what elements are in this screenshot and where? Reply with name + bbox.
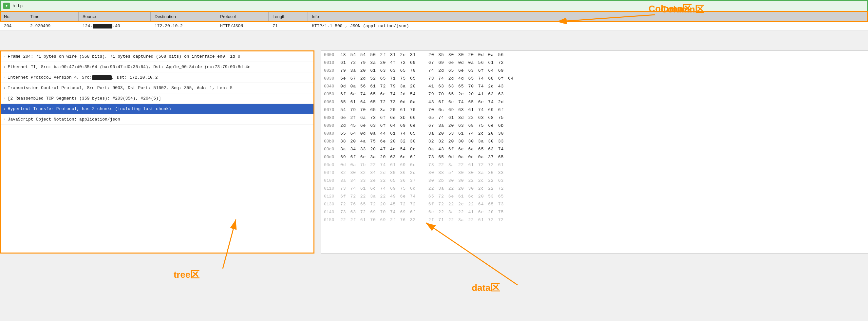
hex-offset-0000: 0000 — [324, 53, 340, 57]
hex-bytes-00e0: 0d 0a 7b 22 74 61 69 6c 73 22 3a 22 61 7… — [340, 162, 865, 167]
hex-offset-0040: 0040 — [324, 84, 340, 89]
tree-item-7[interactable]: › JavaScript Object Notation: applicatio… — [1, 114, 313, 125]
tree-item-3[interactable]: › Internet Protocol Version 4, Src: , Ds… — [1, 72, 313, 83]
tree-arrow-1: › — [4, 55, 6, 59]
hex-row-0000: 0000 48 54 54 50 2f 31 2e 31 20 35 30 30… — [321, 51, 868, 59]
hex-bytes-00b0: 38 20 4a 75 6e 20 32 30 32 32 20 30 30 3… — [340, 139, 865, 144]
hex-row-0130: 0130 72 76 65 72 20 45 72 72 6f 72 22 2c… — [321, 200, 868, 208]
hex-bytes-0120: 6f 72 22 3a 22 49 6e 74 65 72 6e 61 6c 2… — [340, 194, 865, 199]
hex-offset-0050: 0050 — [324, 92, 340, 97]
hex-row-0100: 0100 3a 34 33 2e 32 65 36 37 30 2b 30 30… — [321, 176, 868, 184]
hex-row-0110: 0110 73 74 61 6c 74 69 75 6d 22 3a 22 20… — [321, 184, 868, 192]
tree-arrow-5: › — [4, 97, 6, 101]
hex-offset-00e0: 00e0 — [324, 162, 340, 167]
hex-offset-00a0: 00a0 — [324, 131, 340, 136]
hex-bytes-0030: 6e 67 2d 52 65 71 75 65 73 74 2d 4d 65 7… — [340, 76, 865, 81]
filter-bar: ▼ — [0, 0, 868, 12]
hex-row-0020: 0020 79 3a 20 61 63 63 65 70 74 2d 65 6e… — [321, 66, 868, 74]
hex-bytes-0130: 72 76 65 72 20 45 72 72 6f 72 22 2c 22 6… — [340, 202, 865, 207]
hex-bytes-00f0: 32 30 32 34 2d 30 36 2d 30 38 54 30 30 3… — [340, 170, 865, 175]
tree-arrow-6: › — [4, 107, 6, 111]
hex-offset-0030: 0030 — [324, 76, 340, 81]
hex-bytes-0060: 65 61 64 65 72 73 0d 0a 43 6f 6e 74 65 6… — [340, 100, 865, 104]
packet-cell-time: 2.920499 — [26, 22, 79, 30]
hex-offset-0070: 0070 — [324, 107, 340, 113]
tree-item-5[interactable]: › [2 Reassembled TCP Segments (359 bytes… — [1, 93, 313, 104]
col-header-destination: Destination — [151, 12, 216, 21]
hex-row-00c0: 00c0 3a 34 33 20 47 4d 54 0d 0a 43 6f 6e… — [321, 145, 868, 153]
hex-row-0070: 0070 54 79 70 65 3a 20 61 70 70 6c 69 63… — [321, 106, 868, 114]
hex-row-00e0: 00e0 0d 0a 7b 22 74 61 69 6c 73 22 3a 22… — [321, 161, 868, 169]
tree-item-text-3a: Internet Protocol Version 4, Src: — [8, 75, 92, 80]
col-header-no: No. — [0, 12, 26, 21]
hex-row-0150: 0150 22 2f 61 70 69 2f 76 32 2f 71 22 3a… — [321, 216, 868, 224]
hex-row-0080: 0080 6e 2f 6a 73 6f 6e 3b 66 65 74 61 3d… — [321, 114, 868, 122]
panel-spacer — [314, 51, 321, 254]
hex-bytes-00a0: 65 64 0d 0a 44 61 74 65 3a 20 53 61 74 2… — [340, 131, 865, 136]
tree-item-4[interactable]: › Transmission Control Protocol, Src Por… — [1, 83, 313, 93]
hex-offset-0090: 0090 — [324, 123, 340, 128]
packet-cell-info: HTTP/1.1 500 , JSON (application/json) — [308, 22, 868, 30]
hex-row-0060: 0060 65 61 64 65 72 73 0d 0a 43 6f 6e 74… — [321, 98, 868, 106]
hex-row-00b0: 00b0 38 20 4a 75 6e 20 32 30 32 32 20 30… — [321, 137, 868, 145]
hex-panel: 0000 48 54 54 50 2f 31 2e 31 20 35 30 30… — [321, 51, 868, 254]
packet-cell-dest: 172.20.10.2 — [151, 22, 216, 30]
source-redacted — [93, 24, 112, 29]
hex-row-00a0: 00a0 65 64 0d 0a 44 61 74 65 3a 20 53 61… — [321, 129, 868, 137]
tree-item-1[interactable]: › Frame 204: 71 bytes on wire (568 bits)… — [1, 52, 313, 62]
filter-icon: ▼ — [3, 3, 10, 9]
hex-bytes-00c0: 3a 34 33 20 47 4d 54 0d 0a 43 6f 6e 6e 6… — [340, 147, 865, 152]
hex-offset-0020: 0020 — [324, 68, 340, 73]
tree-item-text-6: Hypertext Transfer Protocol, has 2 chunk… — [8, 106, 171, 111]
tree-item-text-5: [2 Reassembled TCP Segments (359 bytes):… — [8, 96, 161, 101]
tree-item-text-4: Transmission Control Protocol, Src Port:… — [8, 86, 233, 90]
tree-area-label: tree区 — [174, 268, 199, 281]
tree-arrow-3: › — [4, 76, 6, 79]
col-header-info: Info — [308, 12, 868, 21]
hex-bytes-0050: 6f 6e 74 65 6e 74 2d 54 79 70 65 2c 20 4… — [340, 92, 865, 97]
column-headers: No. Time Source Destination Protocol Len… — [0, 12, 868, 22]
hex-offset-0120: 0120 — [324, 194, 340, 199]
hex-offset-0060: 0060 — [324, 100, 340, 104]
col-header-protocol: Protocol — [216, 12, 269, 21]
tree-arrow-2: › — [4, 65, 6, 69]
hex-bytes-0100: 3a 34 33 2e 32 65 36 37 30 2b 30 30 22 2… — [340, 178, 865, 183]
packet-row[interactable]: 204 2.920499 124..40 172.20.10.2 HTTP/JS… — [0, 22, 868, 31]
filter-input[interactable] — [12, 4, 865, 8]
tree-item-6[interactable]: › Hypertext Transfer Protocol, has 2 chu… — [1, 104, 313, 114]
tree-item-2[interactable]: › Ethernet II, Src: ba:90:47:d0:35:64 (b… — [1, 62, 313, 72]
hex-offset-0130: 0130 — [324, 202, 340, 207]
hex-offset-0080: 0080 — [324, 115, 340, 120]
hex-offset-00b0: 00b0 — [324, 139, 340, 144]
hex-bytes-0020: 79 3a 20 61 63 63 65 70 74 2d 65 6e 63 6… — [340, 68, 865, 73]
packet-cell-length: 71 — [269, 22, 308, 30]
tree-item-text-1: Frame 204: 71 bytes on wire (568 bits), … — [8, 54, 241, 59]
hex-row-00f0: 00f0 32 30 32 34 2d 30 36 2d 30 38 54 30… — [321, 169, 868, 176]
hex-bytes-0070: 54 79 70 65 3a 20 61 70 70 6c 69 63 61 7… — [340, 107, 865, 113]
tree-item-text-7: JavaScript Object Notation: application/… — [8, 117, 120, 122]
main-content: › Frame 204: 71 bytes on wire (568 bits)… — [0, 51, 868, 254]
hex-offset-00c0: 00c0 — [324, 147, 340, 152]
tree-item-text-3b: , Dst: 172.20.10.2 — [112, 75, 158, 80]
tree-item-text-2: Ethernet II, Src: ba:90:47:d0:35:64 (ba:… — [8, 65, 251, 69]
gap-area — [0, 31, 868, 51]
hex-row-0010: 0010 61 72 79 3a 20 4f 72 69 67 69 6e 0d… — [321, 59, 868, 66]
col-header-time: Time — [26, 12, 79, 21]
hex-offset-00d0: 00d0 — [324, 155, 340, 160]
packet-cell-source: 124..40 — [79, 22, 151, 30]
hex-bytes-0010: 61 72 79 3a 20 4f 72 69 67 69 6e 0d 0a 5… — [340, 60, 865, 65]
source-prefix: 124. — [83, 24, 93, 29]
hex-offset-00f0: 00f0 — [324, 170, 340, 175]
hex-row-0040: 0040 0d 0a 56 61 72 79 3a 20 41 63 63 65… — [321, 82, 868, 90]
hex-row-0050: 0050 6f 6e 74 65 6e 74 2d 54 79 70 65 2c… — [321, 90, 868, 98]
ip-src-redacted — [92, 75, 112, 80]
hex-row-0140: 0140 73 63 72 69 70 74 69 6f 6e 22 3a 22… — [321, 208, 868, 216]
hex-offset-0110: 0110 — [324, 186, 340, 191]
source-suffix: .40 — [112, 24, 120, 29]
hex-bytes-0040: 0d 0a 56 61 72 79 3a 20 41 63 63 65 70 7… — [340, 84, 865, 89]
col-header-length: Length — [269, 12, 308, 21]
hex-bytes-0140: 73 63 72 69 70 74 69 6f 6e 22 3a 22 41 6… — [340, 210, 865, 215]
tree-arrow-4: › — [4, 86, 6, 90]
hex-bytes-0110: 73 74 61 6c 74 69 75 6d 22 3a 22 20 30 2… — [340, 186, 865, 191]
hex-row-0090: 0090 2d 45 6e 63 6f 64 69 6e 67 3a 20 63… — [321, 122, 868, 129]
